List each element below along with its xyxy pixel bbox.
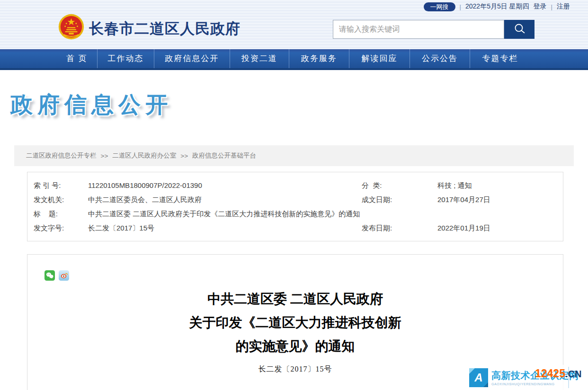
- watermark-caption: GAOXINJISHUQIYERENDINGWANG: [491, 382, 579, 386]
- current-date: 2022年5月5日 星期四: [465, 2, 529, 11]
- share-buttons: [45, 270, 563, 281]
- wechat-share-icon[interactable]: [45, 270, 55, 281]
- yiwangsou-button[interactable]: 一网搜: [424, 2, 455, 11]
- nav-item-announcements[interactable]: 公示公告: [410, 49, 470, 68]
- doc-number-label: 发文字号:: [27, 221, 88, 235]
- search-input[interactable]: [333, 20, 504, 39]
- breadcrumb: 二道区政府信息公开专栏 >> 二道区人民政府办公室 >> 政府信息公开基础平台: [14, 145, 574, 166]
- index-number-label: 索 引 号:: [27, 178, 88, 193]
- published-date-value: 2022年01月19日: [437, 221, 563, 235]
- title-value: 中共二道区委 二道区人民政府关于印发《二道区大力推进科技创新的实施意见》的通知: [88, 207, 563, 221]
- watermark-logo-letter: A: [474, 371, 482, 384]
- utility-divider: |: [460, 3, 461, 10]
- breadcrumb-item[interactable]: 二道区人民政府办公室: [112, 151, 176, 160]
- nav-item-work-news[interactable]: 工作动态: [97, 49, 154, 68]
- written-date-label: 成文日期:: [362, 193, 437, 207]
- search-button[interactable]: [504, 20, 535, 39]
- document-title-line: 中共二道区委 二道区人民政府: [27, 287, 563, 311]
- watermark-domain-number: 12425: [535, 367, 565, 380]
- document-title-line: 的实施意见》的通知: [27, 335, 563, 358]
- header-band: 一网搜 | 2022年5月5日 星期四 登录 | 注册 长春市二道区人民政府: [0, 0, 588, 49]
- watermark-domain: 12425.CN: [535, 367, 581, 380]
- breadcrumb-item[interactable]: 政府信息公开基础平台: [192, 151, 256, 160]
- weibo-share-icon[interactable]: [59, 270, 69, 281]
- site-watermark: A 高新技术企业认定网 12425.CN GAOXINJISHUQIYEREND…: [466, 365, 588, 390]
- table-row: 索 引 号: 11220105MB1800907P/2022-01390 分 类…: [27, 178, 563, 193]
- document-title-line: 关于印发《二道区大力推进科技创新: [27, 311, 563, 335]
- utility-bar: 一网搜 | 2022年5月5日 星期四 登录 | 注册: [424, 1, 570, 12]
- category-value: 科技 ; 通知: [437, 178, 563, 193]
- breadcrumb-separator: >>: [101, 152, 108, 160]
- written-date-value: 2017年04月27日: [437, 193, 563, 207]
- issuing-org-label: 发文机关:: [27, 193, 88, 207]
- nav-item-interpretation[interactable]: 解读回应: [349, 49, 410, 68]
- index-number-value: 11220105MB1800907P/2022-01390: [88, 178, 362, 193]
- nav-item-gov-services[interactable]: 政务服务: [289, 49, 349, 68]
- search-icon: [513, 22, 526, 36]
- title-label: 标 题:: [27, 207, 88, 221]
- doc-number-value: 长二发〔2017〕15号: [88, 221, 362, 235]
- nav-item-home[interactable]: 首 页: [57, 49, 97, 68]
- utility-divider: |: [551, 3, 552, 10]
- search-box: [333, 20, 535, 39]
- issuing-org-value: 中共二道区委员会、二道区人民政府: [88, 193, 362, 207]
- category-label: 分 类:: [362, 178, 437, 193]
- national-emblem-logo: [58, 14, 84, 40]
- breadcrumb-item[interactable]: 二道区政府信息公开专栏: [26, 151, 97, 160]
- nav-item-info-disclosure[interactable]: 政府信息公开: [154, 49, 230, 68]
- section-title: 政府信息公开: [10, 90, 172, 120]
- breadcrumb-separator: >>: [180, 152, 188, 160]
- table-row: 发文机关: 中共二道区委员会、二道区人民政府 成文日期: 2017年04月27日: [27, 193, 563, 207]
- main-nav: 首 页 工作动态 政府信息公开 投资二道 政务服务 解读回应 公示公告 专题专栏: [0, 49, 588, 70]
- table-row: 发文字号: 长二发〔2017〕15号 发布日期: 2022年01月19日: [27, 221, 563, 235]
- login-link[interactable]: 登录: [534, 2, 547, 11]
- watermark-domain-suffix: .CN: [565, 369, 581, 379]
- watermark-text: 高新技术企业认定网 12425.CN GAOXINJISHUQIYERENDIN…: [491, 369, 579, 386]
- published-date-label: 发布日期:: [362, 221, 437, 235]
- nav-item-invest[interactable]: 投资二道: [230, 49, 289, 68]
- site-title: 长春市二道区人民政府: [89, 19, 241, 39]
- table-row: 标 题: 中共二道区委 二道区人民政府关于印发《二道区大力推进科技创新的实施意见…: [27, 207, 563, 221]
- watermark-logo: A: [469, 368, 488, 387]
- nav-item-special-columns[interactable]: 专题专栏: [470, 49, 530, 68]
- register-link[interactable]: 注册: [557, 2, 570, 11]
- document-metadata-table: 索 引 号: 11220105MB1800907P/2022-01390 分 类…: [27, 172, 563, 241]
